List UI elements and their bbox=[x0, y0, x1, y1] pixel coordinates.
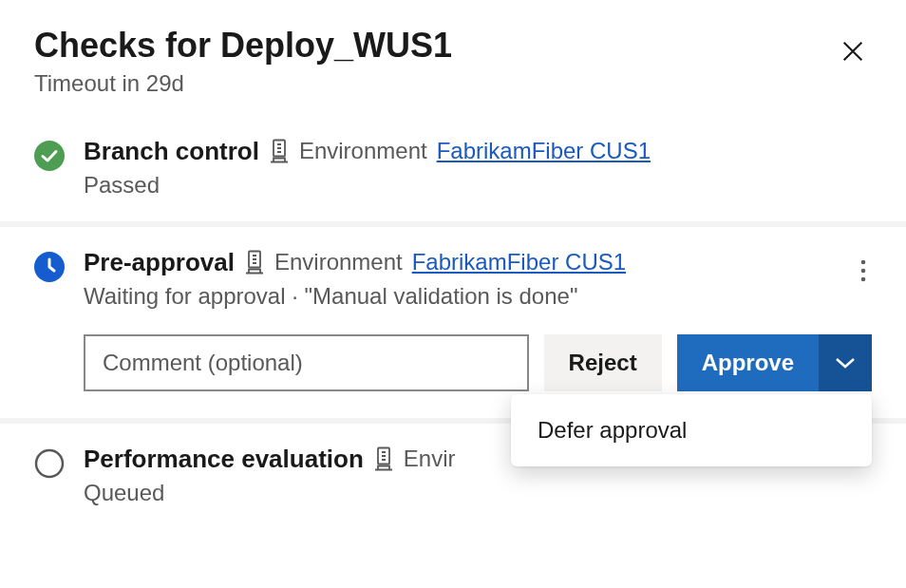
environment-icon bbox=[269, 139, 290, 163]
close-icon bbox=[840, 38, 866, 65]
panel-header: Checks for Deploy_WUS1 Timeout in 29d bbox=[0, 0, 906, 116]
svg-point-5 bbox=[861, 268, 866, 273]
more-vertical-icon bbox=[860, 259, 866, 282]
svg-point-0 bbox=[34, 141, 65, 171]
svg-point-4 bbox=[861, 259, 866, 264]
panel-title: Checks for Deploy_WUS1 bbox=[34, 27, 452, 65]
check-title: Branch control bbox=[84, 137, 259, 166]
status-waiting-icon bbox=[34, 252, 65, 282]
environment-icon bbox=[244, 250, 265, 275]
check-item-pre-approval: Pre-approval Environment FabrikamFiber C… bbox=[0, 227, 906, 418]
check-title: Performance evaluation bbox=[84, 445, 364, 474]
status-passed-icon bbox=[34, 141, 65, 171]
svg-point-6 bbox=[861, 276, 866, 281]
chevron-down-icon bbox=[835, 356, 856, 370]
approve-dropdown-toggle[interactable] bbox=[819, 334, 872, 391]
check-status-text: Waiting for approval · "Manual validatio… bbox=[84, 283, 872, 310]
approve-button[interactable]: Approve bbox=[677, 334, 819, 391]
environment-label: Environment bbox=[274, 249, 403, 275]
environment-icon bbox=[373, 446, 394, 471]
comment-input[interactable] bbox=[84, 334, 529, 391]
reject-button[interactable]: Reject bbox=[544, 334, 662, 391]
environment-label: Environment bbox=[299, 138, 427, 164]
environment-label: Envir bbox=[404, 446, 456, 472]
check-status-text: Passed bbox=[84, 172, 872, 199]
panel-subtitle: Timeout in 29d bbox=[34, 70, 452, 97]
defer-approval-item[interactable]: Defer approval bbox=[511, 402, 872, 459]
environment-link[interactable]: FabrikamFiber CUS1 bbox=[412, 249, 626, 275]
svg-point-7 bbox=[36, 450, 63, 477]
check-status-text: Queued bbox=[84, 480, 872, 506]
status-queued-icon bbox=[34, 448, 65, 479]
more-actions-button[interactable] bbox=[855, 254, 872, 291]
check-item-branch-control: Branch control Environment FabrikamFiber… bbox=[0, 116, 906, 221]
close-button[interactable] bbox=[834, 32, 872, 73]
environment-link[interactable]: FabrikamFiber CUS1 bbox=[437, 138, 651, 164]
check-title: Pre-approval bbox=[84, 248, 235, 277]
approve-dropdown-menu: Defer approval bbox=[511, 394, 872, 466]
